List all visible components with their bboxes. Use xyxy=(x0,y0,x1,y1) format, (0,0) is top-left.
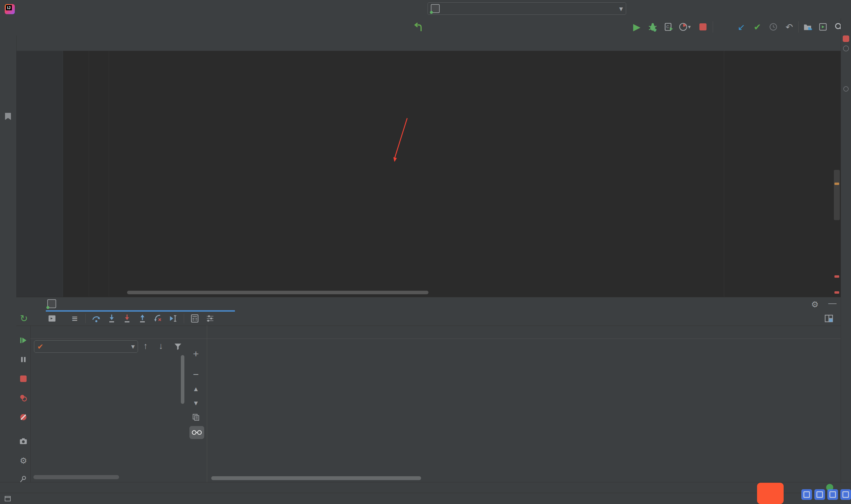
stop-icon[interactable] xyxy=(17,373,29,385)
copy-stack-icon[interactable] xyxy=(189,411,202,423)
error-stripe-mark[interactable] xyxy=(834,291,839,294)
annotation-arrow xyxy=(371,104,465,225)
editor-error-stripe[interactable] xyxy=(833,51,841,297)
step-over-icon[interactable] xyxy=(89,312,104,325)
frames-list xyxy=(32,355,186,482)
scroll-up-icon[interactable]: ▲ xyxy=(189,383,202,395)
svg-text:C: C xyxy=(666,24,669,29)
frames-horizontal-scrollbar[interactable] xyxy=(33,475,119,479)
console-icon xyxy=(47,312,57,325)
error-stripe-mark[interactable] xyxy=(834,275,839,278)
spring-app-icon xyxy=(47,299,56,308)
idea-logo-icon xyxy=(5,4,15,14)
remove-watch-icon[interactable]: − xyxy=(189,368,202,380)
spring-app-icon xyxy=(431,4,440,13)
run-button[interactable]: ▶ xyxy=(630,18,644,35)
view-breakpoints-icon[interactable] xyxy=(17,392,29,404)
scroll-down-icon[interactable]: ▼ xyxy=(189,397,202,409)
csdn-logo-icon xyxy=(757,483,784,504)
inspections-indicator-icon[interactable] xyxy=(843,46,849,51)
restore-layout-icon[interactable] xyxy=(821,312,836,325)
code-editor[interactable] xyxy=(16,51,841,297)
run-configuration-select[interactable]: ▾ xyxy=(428,2,626,15)
bottom-tool-bar xyxy=(0,482,851,493)
git-update-button[interactable]: ↙ xyxy=(735,18,748,35)
stop-button[interactable] xyxy=(696,18,710,35)
debug-settings-gear-icon[interactable]: ⚙ xyxy=(17,455,29,467)
watch-toolbar: + − ▲ ▼ xyxy=(187,326,206,482)
editor-gutter[interactable] xyxy=(16,51,63,297)
thread-selector[interactable]: ✔ ▾ xyxy=(34,340,138,353)
evaluate-expression-icon[interactable] xyxy=(187,312,202,325)
gear-icon[interactable]: ⚙ xyxy=(811,300,818,309)
chevron-down-icon: ▾ xyxy=(688,24,691,30)
git-rollback-button[interactable]: ↶ xyxy=(782,18,796,35)
chevron-down-icon: ▾ xyxy=(131,342,135,351)
rerun-icon[interactable]: ↻ xyxy=(16,312,32,325)
right-tool-stripe xyxy=(841,18,851,482)
run-to-cursor-icon[interactable] xyxy=(165,312,181,325)
debug-session-tab[interactable] xyxy=(47,297,65,310)
tool-window-button-project[interactable] xyxy=(0,38,16,82)
error-indicator-icon[interactable] xyxy=(843,35,849,42)
debugger-toolbar: ↻ ≡ xyxy=(16,311,841,326)
settings-sliders-icon[interactable] xyxy=(202,312,218,325)
mute-breakpoints-icon[interactable] xyxy=(17,411,29,423)
debug-header: ⚙ — xyxy=(16,297,841,311)
glasses-watch-icon[interactable] xyxy=(189,426,204,439)
step-out-icon[interactable] xyxy=(135,312,150,325)
drop-frame-icon[interactable] xyxy=(150,312,165,325)
run-anything-icon[interactable] xyxy=(816,18,830,35)
thread-status-check-icon: ✔ xyxy=(37,342,43,351)
ime-toolbar-icon xyxy=(827,489,838,500)
minimize-button[interactable] xyxy=(802,0,819,18)
changes-folder-icon[interactable] xyxy=(801,18,814,35)
debug-button[interactable] xyxy=(646,18,659,35)
back-arrow-icon[interactable] xyxy=(413,22,424,33)
ime-indicator xyxy=(785,488,798,501)
run-with-coverage-button[interactable]: C xyxy=(662,18,675,35)
right-margin-line xyxy=(724,51,724,297)
debug-body: ⚙ ✔ ▾ ↑ ↓ + xyxy=(16,326,841,482)
restfultool-icon xyxy=(843,86,849,92)
scrollbar-thumb[interactable] xyxy=(834,170,840,220)
left-tool-stripe xyxy=(0,35,17,482)
ime-toolbar-icon xyxy=(814,489,825,500)
window-icon[interactable] xyxy=(4,495,11,502)
warning-stripe-mark[interactable] xyxy=(834,183,839,185)
git-label xyxy=(715,18,733,35)
git-history-button[interactable] xyxy=(766,18,780,35)
force-step-into-icon[interactable] xyxy=(120,312,135,325)
tool-window-button-structure[interactable] xyxy=(0,89,16,143)
ime-toolbar-icon xyxy=(840,489,851,500)
frame-down-icon[interactable]: ↓ xyxy=(159,341,163,351)
profiler-button[interactable]: ▾ xyxy=(678,18,691,35)
editor-tab-bar xyxy=(16,35,851,51)
debug-left-toolbar: ⚙ xyxy=(16,326,31,482)
ime-toolbar-icon xyxy=(801,489,812,500)
filter-frames-icon[interactable] xyxy=(174,342,182,351)
hide-panel-icon[interactable]: — xyxy=(828,299,836,308)
editor-horizontal-scrollbar[interactable] xyxy=(127,291,429,294)
status-bar xyxy=(0,493,851,504)
thread-dump-camera-icon[interactable] xyxy=(17,435,29,447)
pause-icon[interactable] xyxy=(17,354,29,365)
close-button[interactable] xyxy=(836,0,851,18)
add-watch-icon[interactable]: + xyxy=(189,348,202,360)
variables-panel xyxy=(207,326,841,482)
variables-horizontal-scrollbar[interactable] xyxy=(211,476,421,480)
maximize-button[interactable] xyxy=(819,0,836,18)
debug-tool-window: ⚙ — ↻ ≡ xyxy=(16,297,841,482)
tool-window-button-commit[interactable] xyxy=(0,160,16,195)
intellij-idea-window: ▾ ▶ C ▾ ↙ ✔ ↶ xyxy=(0,0,851,504)
resume-icon[interactable] xyxy=(17,335,29,346)
chevron-down-icon: ▾ xyxy=(619,4,623,13)
tool-window-button-favorites[interactable] xyxy=(0,366,16,419)
step-into-icon[interactable] xyxy=(104,312,120,325)
frame-up-icon[interactable]: ↑ xyxy=(143,341,148,351)
git-commit-button[interactable]: ✔ xyxy=(750,18,764,35)
layout-options-icon[interactable]: ≡ xyxy=(67,312,83,325)
frames-vertical-scrollbar[interactable] xyxy=(181,355,184,404)
title-bar xyxy=(0,0,851,19)
